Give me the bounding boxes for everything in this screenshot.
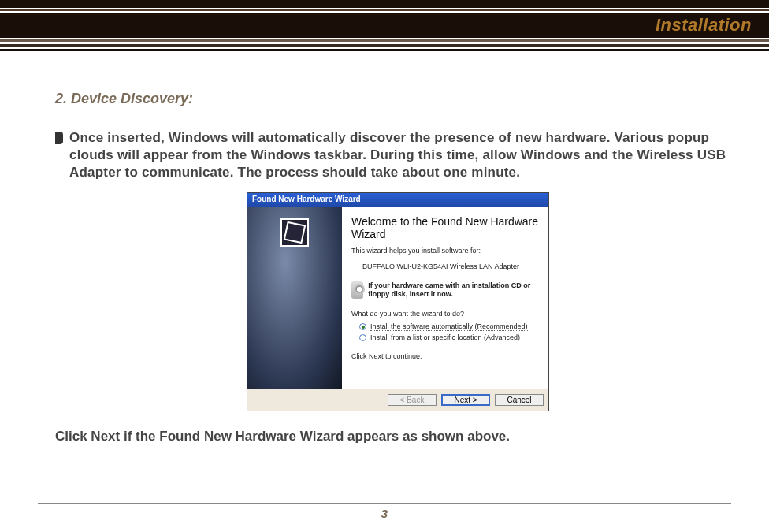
- wizard-cd-text: If your hardware came with an installati…: [368, 281, 541, 299]
- footer-divider: [38, 503, 731, 504]
- wizard-main-panel: Welcome to the Found New Hardware Wizard…: [342, 207, 548, 389]
- header-title-bar: Installation: [0, 13, 769, 38]
- radio-selected-icon: [359, 323, 366, 330]
- header-band-top: [0, 0, 769, 8]
- wizard-radio-auto-label: Install the software automatically (Reco…: [370, 322, 528, 331]
- section-body-text: Once inserted, Windows will automaticall…: [69, 129, 741, 181]
- header-rule: [0, 9, 769, 11]
- header-rule: [0, 44, 769, 47]
- wizard-side-graphic-icon: [280, 218, 309, 247]
- found-new-hardware-wizard: Found New Hardware Wizard Welcome to the…: [247, 192, 549, 411]
- wizard-side-panel: [247, 207, 342, 389]
- bullet-icon: [55, 132, 63, 144]
- cd-icon: [351, 281, 363, 299]
- wizard-footer: < Back Next > Cancel: [247, 389, 548, 411]
- next-button[interactable]: Next >: [441, 394, 490, 406]
- wizard-click-next-text: Click Next to continue.: [351, 352, 541, 360]
- bullet-paragraph: Once inserted, Windows will automaticall…: [55, 129, 741, 181]
- closing-instruction: Click Next if the Found New Hardware Wiz…: [55, 429, 741, 445]
- next-button-label: ext >: [460, 396, 477, 404]
- wizard-help-text: This wizard helps you install software f…: [351, 247, 541, 255]
- wizard-cd-row: If your hardware came with an installati…: [351, 281, 541, 299]
- page-footer: 3: [0, 503, 769, 521]
- wizard-device-name: BUFFALO WLI-U2-KG54AI Wireless LAN Adapt…: [362, 262, 541, 270]
- wizard-radio-list-label: Install from a list or specific location…: [370, 333, 520, 341]
- wizard-radio-list[interactable]: Install from a list or specific location…: [359, 333, 541, 341]
- page-header-title: Installation: [656, 15, 752, 35]
- cancel-button[interactable]: Cancel: [495, 394, 544, 406]
- page-number: 3: [381, 507, 388, 520]
- content-area: 2. Device Discovery: Once inserted, Wind…: [0, 51, 769, 445]
- wizard-screenshot: Found New Hardware Wizard Welcome to the…: [55, 192, 741, 411]
- header-rule: [0, 39, 769, 42]
- section-heading: 2. Device Discovery:: [55, 91, 741, 107]
- radio-unselected-icon: [359, 334, 366, 341]
- wizard-titlebar: Found New Hardware Wizard: [247, 193, 548, 207]
- wizard-radio-auto[interactable]: Install the software automatically (Reco…: [359, 322, 541, 331]
- wizard-welcome-heading: Welcome to the Found New Hardware Wizard: [351, 215, 541, 240]
- back-button: < Back: [388, 394, 437, 406]
- wizard-prompt: What do you want the wizard to do?: [351, 310, 541, 318]
